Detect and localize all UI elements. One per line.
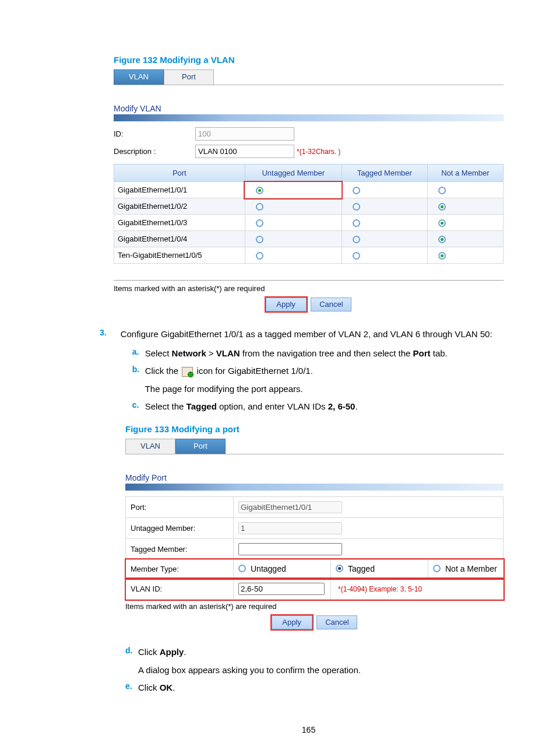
radio-untagged-member[interactable] [256,203,263,211]
radio-tagged-member[interactable] [353,187,360,194]
step-3b-marker: b. [132,365,145,396]
description-hint: *(1-32Chars. ) [297,148,340,156]
port-label: Port: [126,496,234,517]
cancel-button-2[interactable]: Cancel [316,615,357,629]
tagged-member-label: Tagged Member: [126,538,234,559]
radio-tagged-member[interactable] [353,203,360,211]
vlan-id-field[interactable] [238,583,325,595]
step-3d-text: Click Apply. A dialog box appears asking… [138,646,504,677]
description-label: Description : [114,147,195,156]
port-cell: GigabitEthernet1/0/1 [114,182,245,198]
radio-tagged[interactable]: Tagged [336,564,375,573]
radio-tagged-member[interactable] [353,236,360,243]
figure-132-caption: Figure 132 Modifying a VLAN [114,55,504,65]
tab-vlan-2[interactable]: VLAN [125,439,175,454]
tab-bar-fig132: VLAN Port [114,69,504,85]
radio-not-member[interactable] [438,252,446,260]
table-row: Ten-GigabitEthernet1/0/5 [114,247,504,264]
section-rule-2 [125,484,504,491]
section-title-modify-port: Modify Port [125,473,504,482]
step-3b-text: Click the icon for GigabitEthernet 1/0/1… [145,365,504,396]
table-row: GigabitEthernet1/0/4 [114,231,504,247]
step-3c-text: Select the Tagged option, and enter VLAN… [145,400,504,414]
th-not-member: Not a Member [427,164,503,182]
table-row: GigabitEthernet1/0/3 [114,215,504,231]
radio-not-member[interactable] [438,187,446,194]
apply-button-2[interactable]: Apply [272,615,312,629]
cancel-button[interactable]: Cancel [311,298,351,312]
figure-133-caption: Figure 133 Modifying a port [125,424,504,434]
section-rule [114,114,504,121]
port-cell: GigabitEthernet1/0/4 [114,231,245,247]
description-field[interactable] [195,145,294,158]
port-membership-table: Port Untagged Member Tagged Member Not a… [114,164,504,264]
step-3d-marker: d. [125,646,138,677]
tab-bar-fig133: VLAN Port [125,439,504,454]
figure-132-screenshot: VLAN Port Modify VLAN ID: Description : … [114,69,504,312]
th-port: Port [114,164,245,182]
required-note-2: Items marked with an asterisk(*) are req… [125,602,504,611]
modify-port-form: Port: Untagged Member: Tagged Member: Me… [125,496,504,600]
radio-tagged-member[interactable] [353,219,360,227]
radio-untagged-member[interactable] [256,219,263,227]
required-note: Items marked with an asterisk(*) are req… [114,284,504,293]
port-cell: GigabitEthernet1/0/3 [114,215,245,231]
tab-port-2[interactable]: Port [175,439,226,454]
edit-icon [182,367,193,377]
step-3a-text: Select Network > VLAN from the navigatio… [145,347,504,360]
step-3e-text: Click OK. [138,681,504,695]
step-3c-marker: c. [132,400,145,414]
radio-not-member[interactable] [438,236,446,243]
step-3-marker: 3. [100,328,107,418]
page-number: 165 [114,725,504,734]
step-3-text: Configure GigabitEthernet 1/0/1 as a tag… [121,328,504,341]
table-row: GigabitEthernet1/0/1 [114,182,504,198]
apply-button[interactable]: Apply [266,298,307,312]
untagged-member-field [238,522,342,534]
radio-not-member[interactable] [438,219,446,227]
port-field [238,501,342,513]
tagged-member-field[interactable] [238,543,342,555]
radio-tagged-member[interactable] [353,252,360,260]
th-untagged: Untagged Member [245,164,342,182]
step-3a-marker: a. [132,347,145,360]
radio-untagged-member[interactable] [256,252,263,260]
radio-not-member[interactable] [438,203,446,211]
section-title-modify-vlan: Modify VLAN [114,104,504,113]
table-row: GigabitEthernet1/0/2 [114,198,504,215]
radio-untagged-member[interactable] [256,187,263,194]
member-type-label: Member Type: [126,559,234,579]
tab-vlan[interactable]: VLAN [114,69,164,85]
radio-not-member[interactable]: Not a Member [433,564,497,573]
id-label: ID: [114,130,195,138]
tab-port[interactable]: Port [164,69,214,85]
radio-untagged-member[interactable] [256,236,263,243]
vlan-id-hint: *(1-4094) Example: 3, 5-10 [338,585,422,593]
figure-133-screenshot: VLAN Port Modify Port Port: Untagged Mem… [125,439,504,630]
port-cell: Ten-GigabitEthernet1/0/5 [114,247,245,264]
vlan-id-label: VLAN ID: [126,579,234,600]
step-3e-marker: e. [125,681,138,695]
id-field [195,127,294,141]
th-tagged: Tagged Member [342,164,427,182]
untagged-member-label: Untagged Member: [126,517,234,538]
radio-untagged[interactable]: Untagged [238,564,286,573]
port-cell: GigabitEthernet1/0/2 [114,198,245,215]
